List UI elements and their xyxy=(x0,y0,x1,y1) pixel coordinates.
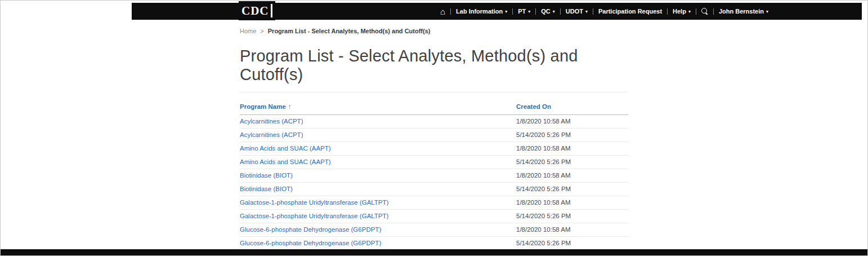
program-link[interactable]: Glucose-6-phosphate Dehydrogenase (G6PDP… xyxy=(240,240,381,246)
created-on-value: 1/8/2020 10:58 AM xyxy=(516,118,628,125)
created-on-value: 5/14/2020 5:26 PM xyxy=(516,186,628,192)
page-title: Program List - Select Analytes, Method(s… xyxy=(240,47,628,92)
chevron-down-icon: ▾ xyxy=(766,9,768,14)
nav-separator xyxy=(535,8,536,15)
table-row: Glucose-6-phosphate Dehydrogenase (G6PDP… xyxy=(240,223,628,237)
program-link[interactable]: Biotinidase (BIOT) xyxy=(240,186,293,192)
table-row: Galactose-1-phosphate Uridyltransferase … xyxy=(240,196,628,210)
chevron-down-icon: ▾ xyxy=(553,9,555,14)
nav-item-participation-request[interactable]: Participation Request xyxy=(598,8,662,15)
program-link[interactable]: Galactose-1-phosphate Uridyltransferase … xyxy=(240,199,388,206)
program-link[interactable]: Biotinidase (BIOT) xyxy=(240,172,293,179)
nav-separator xyxy=(713,8,714,15)
program-link[interactable]: Amino Acids and SUAC (AAPT) xyxy=(240,145,331,152)
nav-separator xyxy=(696,8,696,15)
column-header-program-name[interactable]: Program Name↑ xyxy=(240,103,516,110)
nav-item-lab-information[interactable]: Lab Information▾ xyxy=(456,8,507,15)
main-content: Home > Program List - Select Analytes, M… xyxy=(240,28,628,256)
user-menu[interactable]: John Bernstein▾ xyxy=(719,8,768,15)
chevron-down-icon: ▾ xyxy=(505,9,507,14)
created-on-value: 5/14/2020 5:26 PM xyxy=(516,131,628,138)
program-link[interactable]: Galactose-1-phosphate Uridyltransferase … xyxy=(240,213,388,219)
program-link[interactable]: Glucose-6-phosphate Dehydrogenase (G6PDP… xyxy=(240,226,381,233)
created-on-value: 1/8/2020 10:58 AM xyxy=(516,199,628,206)
breadcrumb-separator: > xyxy=(260,28,263,34)
nav-item-udot[interactable]: UDOT▾ xyxy=(566,8,588,15)
table-row: Amino Acids and SUAC (AAPT) 5/14/2020 5:… xyxy=(240,156,628,169)
breadcrumb-home-link[interactable]: Home xyxy=(240,28,256,34)
search-button[interactable] xyxy=(701,8,708,15)
created-on-value: 5/14/2020 5:26 PM xyxy=(516,213,628,219)
column-header-created-on[interactable]: Created On xyxy=(516,103,628,110)
sort-ascending-icon: ↑ xyxy=(288,103,292,110)
created-on-value: 1/8/2020 10:58 AM xyxy=(516,226,628,233)
chevron-down-icon: ▾ xyxy=(585,9,588,14)
table-row: Biotinidase (BIOT) 1/8/2020 10:58 AM xyxy=(240,169,628,183)
table-row: Acylcarnitines (ACPT) 1/8/2020 10:58 AM xyxy=(240,115,628,129)
column-header-label: Created On xyxy=(516,103,551,110)
program-list-table: Program Name↑ Created On Acylcarnitines … xyxy=(240,100,628,250)
breadcrumb: Home > Program List - Select Analytes, M… xyxy=(240,28,628,34)
nav-separator xyxy=(667,8,668,15)
page-footer xyxy=(1,249,867,255)
nav-separator xyxy=(560,8,561,15)
portal-page: ⌂ Lab Information▾ PT▾ QC▾ UDOT▾ Partici… xyxy=(0,0,868,256)
table-row: Acylcarnitines (ACPT) 5/14/2020 5:26 PM xyxy=(240,129,628,142)
nav-separator xyxy=(512,8,513,15)
nav-item-label: Help xyxy=(673,8,686,15)
created-on-value: 5/14/2020 5:26 PM xyxy=(516,240,628,246)
created-on-value: 1/8/2020 10:58 AM xyxy=(516,172,628,179)
cdc-logo-text: CDC xyxy=(241,4,269,18)
breadcrumb-current: Program List - Select Analytes, Method(s… xyxy=(268,28,431,34)
home-icon: ⌂ xyxy=(440,7,445,16)
program-link[interactable]: Acylcarnitines (ACPT) xyxy=(240,118,303,125)
program-link[interactable]: Acylcarnitines (ACPT) xyxy=(240,131,303,138)
nav-item-label: UDOT xyxy=(566,8,583,15)
home-link[interactable]: ⌂ xyxy=(440,7,445,16)
nav-item-label: QC xyxy=(541,8,551,15)
chevron-down-icon: ▾ xyxy=(528,9,530,14)
nav-item-pt[interactable]: PT▾ xyxy=(518,8,530,15)
created-on-value: 1/8/2020 10:58 AM xyxy=(516,145,628,152)
nav-separator xyxy=(593,8,593,15)
column-header-label: Program Name xyxy=(240,103,286,110)
table-row: Galactose-1-phosphate Uridyltransferase … xyxy=(240,210,628,223)
nav-menu: ⌂ Lab Information▾ PT▾ QC▾ UDOT▾ Partici… xyxy=(440,3,768,20)
search-icon xyxy=(701,8,708,15)
nav-item-help[interactable]: Help▾ xyxy=(673,8,691,15)
cdc-logo[interactable]: CDC xyxy=(239,1,275,20)
table-row: Glucose-6-phosphate Dehydrogenase (G6PDP… xyxy=(240,237,628,250)
table-row: Biotinidase (BIOT) 5/14/2020 5:26 PM xyxy=(240,183,628,196)
created-on-value: 5/14/2020 5:26 PM xyxy=(516,158,628,165)
nav-item-label: PT xyxy=(518,8,526,15)
nav-item-label: Participation Request xyxy=(598,8,662,15)
table-header-row: Program Name↑ Created On xyxy=(240,100,628,115)
nav-item-label: Lab Information xyxy=(456,8,503,15)
table-row: Amino Acids and SUAC (AAPT) 1/8/2020 10:… xyxy=(240,142,628,156)
nav-separator xyxy=(450,8,451,15)
chevron-down-icon: ▾ xyxy=(688,9,691,14)
user-name-label: John Bernstein xyxy=(719,8,764,15)
program-link[interactable]: Amino Acids and SUAC (AAPT) xyxy=(240,158,331,165)
nav-item-qc[interactable]: QC▾ xyxy=(541,8,555,15)
cdc-logo-bar xyxy=(271,4,272,17)
